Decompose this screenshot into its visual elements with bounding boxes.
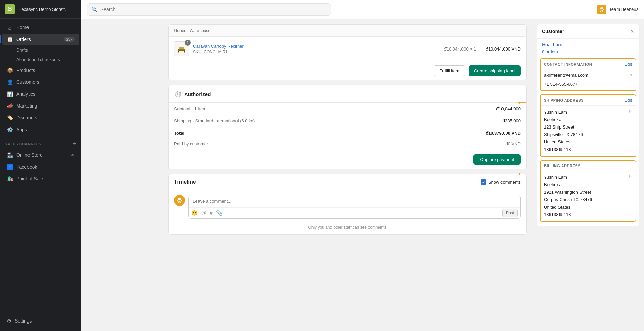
emoji-icon[interactable]: 🙂	[191, 210, 198, 216]
post-button[interactable]: Post	[502, 209, 518, 217]
marketing-icon: 📣	[7, 103, 13, 109]
shipping-address-edit-button[interactable]: Edit	[625, 98, 632, 103]
sidebar-item-label: Analytics	[16, 91, 35, 97]
sidebar-item-home[interactable]: ⌂ Home	[2, 22, 79, 33]
sidebar-item-facebook[interactable]: f Facebook	[2, 161, 79, 173]
search-icon: 🔍	[91, 6, 98, 13]
comment-area: 🙂 @ # 📎 Post	[169, 190, 526, 223]
email-value: a-different@email.com	[544, 73, 588, 78]
contact-info-section: CONTACT INFORMATION Edit a-different@ema…	[540, 58, 636, 91]
mention-icon[interactable]: @	[201, 210, 206, 216]
create-shipping-label-button[interactable]: Create shipping label	[469, 65, 521, 76]
analytics-icon: 📊	[7, 91, 13, 97]
authorized-title: Authorized	[184, 91, 211, 97]
discounts-icon: 🏷️	[7, 115, 13, 121]
timeline-title: Timeline	[174, 179, 196, 185]
search-bar[interactable]: 🔍	[87, 3, 331, 16]
customer-panel-card: Customer × Hoai Lam 8 orders CONTACT INF…	[537, 24, 639, 226]
subtotal-row: Subtotal 1 item ₫10,044,000	[174, 103, 521, 115]
phone-value: +1 514-555-6677	[544, 82, 577, 87]
shipping-address-section: SHIPPING ADDRESS Edit Yushin Lam Beehexa…	[540, 94, 636, 157]
billing-address-section: BILLING ADDRESS Yushin Lam Beehexa 1921 …	[540, 160, 636, 222]
sidebar-item-drafts[interactable]: Drafts	[2, 45, 79, 55]
timeline-card: Timeline ✓ Show comments	[168, 174, 527, 235]
products-icon: 📦	[7, 67, 13, 73]
sidebar-item-label: Orders	[16, 37, 31, 42]
billing-address-header: BILLING ADDRESS	[541, 161, 636, 171]
total-amount: ₫10,379,000 VND	[486, 131, 521, 136]
subtotal-label: Subtotal	[174, 106, 190, 111]
sidebar-item-apps[interactable]: ⚙️ Apps	[2, 124, 79, 135]
shipping-method: Standard International (6.0 kg)	[195, 118, 502, 123]
shipping-address-content: Yushin Lam Beehexa 123 Ship Street Ships…	[541, 106, 636, 156]
staff-note: Only you and other staff can see comment…	[169, 223, 526, 234]
sidebar-item-abandoned[interactable]: Abandoned checkouts	[2, 55, 79, 64]
apps-icon: ⚙️	[7, 126, 13, 133]
qty-badge: 1	[185, 40, 191, 46]
sidebar-item-settings[interactable]: ⚙ Settings	[2, 315, 79, 327]
customer-name-link[interactable]: Hoai Lam	[537, 39, 639, 48]
add-channel-icon[interactable]: +	[73, 140, 77, 148]
fulfill-item-button[interactable]: Fulfill item	[434, 65, 465, 76]
phone-row: +1 514-555-6677	[541, 80, 636, 90]
sidebar-item-label: Point of Sale	[16, 176, 43, 181]
eye-icon[interactable]: 👁	[70, 153, 75, 158]
copy-email-icon[interactable]: ⎘	[630, 73, 632, 78]
capture-payment-button[interactable]: Capture payment	[473, 154, 521, 165]
search-input[interactable]	[100, 7, 327, 12]
contact-info-edit-button[interactable]: Edit	[625, 62, 632, 67]
sidebar-bottom: ⚙ Settings	[0, 312, 81, 331]
action-bar: Fulfill item Create shipping label	[169, 61, 526, 80]
orders-icon: 📋	[7, 36, 13, 42]
paid-label: Paid by customer	[174, 141, 208, 147]
topbar-right: Team Beehexa	[597, 5, 639, 14]
sidebar-item-analytics[interactable]: 📊 Analytics	[2, 88, 79, 100]
show-comments-toggle[interactable]: ✓ Show comments	[481, 179, 521, 185]
sales-channels-header: Sales channels +	[0, 136, 81, 149]
sidebar-header[interactable]: S Hexasync Demo Storefr...	[0, 0, 81, 19]
sidebar-nav: ⌂ Home 📋 Orders 237 Drafts Abandoned che…	[0, 19, 81, 312]
product-name[interactable]: Caravan Canopy Recliner	[193, 44, 440, 49]
paid-row: Paid by customer ₫0 VND	[174, 139, 521, 150]
sidebar-item-pos[interactable]: 🛍️ Point of Sale	[2, 173, 79, 184]
svg-rect-3	[184, 51, 185, 52]
product-total: ₫10,044,000 VND	[486, 46, 521, 52]
sidebar-item-marketing[interactable]: 📣 Marketing	[2, 100, 79, 112]
sidebar-item-online-store[interactable]: 🏪 Online Store 👁	[2, 149, 79, 161]
email-row: a-different@email.com ⎘	[541, 70, 636, 80]
customer-orders-link[interactable]: 8 orders	[537, 48, 639, 58]
paid-amount: ₫0 VND	[505, 141, 521, 147]
copy-shipping-address-icon[interactable]: ⎘	[629, 109, 632, 114]
fulfillment-card: General Warehouse 1 Caravan Canopy Recli…	[168, 24, 527, 80]
shipping-row: Shipping Standard International (6.0 kg)…	[174, 115, 521, 127]
team-badge[interactable]: Team Beehexa	[597, 5, 639, 14]
authorized-icon: ⏱️	[174, 90, 182, 98]
product-sku: SKU: CONCHAIR1	[193, 50, 440, 54]
attachment-icon[interactable]: 📎	[216, 210, 223, 216]
right-arrow-bottom: ←	[516, 166, 529, 181]
sidebar-item-products[interactable]: 📦 Products	[2, 64, 79, 76]
team-name: Team Beehexa	[609, 7, 639, 12]
comment-input[interactable]	[189, 195, 520, 207]
sidebar-item-orders[interactable]: 📋 Orders 237	[2, 34, 79, 45]
hashtag-icon[interactable]: #	[210, 210, 212, 216]
billing-address-title: BILLING ADDRESS	[544, 164, 581, 168]
authorized-card: ⏱️ Authorized Subtotal 1 item ₫10,044,00…	[168, 85, 527, 169]
copy-billing-address-icon[interactable]: ⎘	[629, 174, 632, 179]
orders-badge: 237	[64, 37, 75, 42]
sidebar-item-label: Marketing	[16, 103, 37, 109]
product-info: Caravan Canopy Recliner SKU: CONCHAIR1	[193, 44, 440, 54]
settings-icon: ⚙	[7, 318, 11, 324]
comment-input-wrapper: 🙂 @ # 📎 Post	[188, 195, 521, 219]
facebook-icon: f	[7, 164, 13, 170]
sidebar-item-discounts[interactable]: 🏷️ Discounts	[2, 112, 79, 123]
show-comments-checkbox[interactable]: ✓	[481, 179, 486, 185]
authorized-header: ⏱️ Authorized	[169, 85, 526, 103]
sidebar-item-customers[interactable]: 👤 Customers	[2, 76, 79, 88]
close-customer-panel-button[interactable]: ×	[630, 28, 634, 34]
topbar: 🔍 Team Beehexa	[81, 0, 644, 19]
billing-city-state: Corpus Christi TX 78476	[544, 196, 592, 203]
product-unit-price: ₫10,044,000 × 1	[444, 46, 476, 52]
total-row: Total ₫10,379,000 VND	[174, 127, 521, 139]
main-content: General Warehouse 1 Caravan Canopy Recli…	[163, 19, 644, 331]
